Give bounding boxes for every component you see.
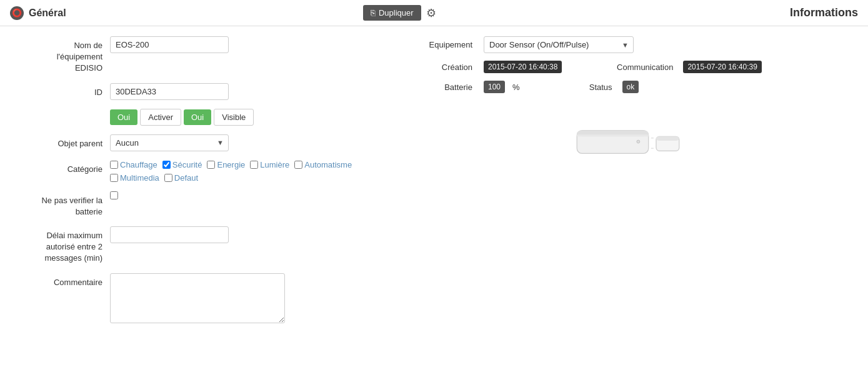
checkbox-defaut[interactable]	[164, 174, 172, 182]
equipement-row: Equipement Door Sensor (On/Off/Pulse) ▼	[397, 36, 858, 53]
copy-icon: ⎘	[371, 8, 376, 18]
categorie-label: Catégorie	[10, 160, 110, 175]
delay-row: Délai maximumautorisé entre 2messages (m…	[10, 226, 372, 264]
categorie-multimedia[interactable]: Multimedia	[110, 173, 159, 183]
delay-input[interactable]	[110, 226, 229, 243]
oui-button-1[interactable]: Oui	[110, 109, 137, 125]
categorie-lumiere[interactable]: Lumière	[250, 160, 289, 169]
equipment-name-input[interactable]	[110, 36, 229, 53]
duplicate-label: Dupliquer	[379, 8, 414, 18]
top-bar: ⭕ Général ⎘ Dupliquer ⚙ Informations	[0, 0, 868, 26]
categorie-row: Catégorie Chauffage Sécurité Energie	[10, 160, 372, 183]
equipment-name-label: Nom del'équipementEDISIO	[10, 36, 110, 74]
communication-date-badge: 2015-07-20 16:40:39	[683, 61, 761, 73]
batterie-status-row: Batterie 100 % Status ok	[397, 81, 858, 93]
main-content: Nom del'équipementEDISIO ID Oui Activer …	[0, 26, 868, 344]
categorie-securite[interactable]: Sécurité	[162, 160, 202, 169]
categorie-automatisme[interactable]: Automatisme	[294, 160, 352, 169]
back-button[interactable]: ⭕	[10, 6, 24, 20]
oui-button-2[interactable]: Oui	[184, 109, 211, 125]
svg-point-5	[636, 140, 639, 143]
equipment-name-control	[110, 36, 372, 53]
parent-select-wrapper: Aucun ▼	[110, 134, 229, 151]
toggle-control: Oui Activer Oui Visible	[110, 109, 372, 126]
creation-date-badge: 2015-07-20 16:40:38	[484, 61, 562, 73]
device-image-container	[397, 106, 858, 181]
checkbox-lumiere[interactable]	[250, 161, 258, 169]
battery-check-control	[110, 191, 372, 201]
activer-button[interactable]: Activer	[140, 109, 181, 126]
id-control	[110, 83, 372, 100]
communication-label: Communication	[604, 63, 673, 72]
categorie-control: Chauffage Sécurité Energie Lumière	[110, 160, 372, 183]
top-bar-left: ⭕ Général	[10, 6, 66, 20]
batterie-label: Batterie	[397, 83, 479, 92]
checkbox-securite[interactable]	[162, 161, 171, 169]
id-row: ID	[10, 83, 372, 100]
info-title: Informations	[733, 6, 858, 19]
categorie-checkboxes-row2: Multimedia Defaut	[110, 173, 372, 183]
svg-rect-4	[656, 136, 679, 141]
door-sensor-image	[572, 106, 684, 181]
status-label: Status	[575, 83, 612, 92]
categorie-chauffage[interactable]: Chauffage	[110, 160, 157, 169]
left-panel: Nom del'équipementEDISIO ID Oui Activer …	[10, 36, 372, 334]
parent-select[interactable]: Aucun	[110, 134, 229, 151]
battery-check-label: Ne pas verifier labatterie	[10, 191, 110, 218]
comment-label: Commentaire	[10, 273, 110, 288]
checkbox-chauffage[interactable]	[110, 161, 118, 169]
checkbox-multimedia[interactable]	[110, 174, 118, 182]
categorie-energie[interactable]: Energie	[207, 160, 245, 169]
back-icon: ⭕	[12, 8, 22, 18]
visible-button[interactable]: Visible	[214, 109, 254, 126]
battery-check-row: Ne pas verifier labatterie	[10, 191, 372, 218]
checkbox-automatisme[interactable]	[294, 161, 302, 169]
id-label: ID	[10, 83, 110, 98]
equipement-select[interactable]: Door Sensor (On/Off/Pulse)	[484, 36, 634, 53]
id-input[interactable]	[110, 83, 229, 100]
equipment-name-row: Nom del'équipementEDISIO	[10, 36, 372, 74]
parent-label: Objet parent	[10, 134, 110, 149]
batterie-value-badge: 100	[484, 81, 505, 93]
comment-textarea[interactable]	[110, 273, 285, 323]
equipement-select-wrapper: Door Sensor (On/Off/Pulse) ▼	[484, 36, 634, 53]
parent-row: Objet parent Aucun ▼	[10, 134, 372, 151]
battery-check-checkbox[interactable]	[110, 191, 118, 199]
comment-row: Commentaire	[10, 273, 372, 325]
page-title: Général	[29, 8, 66, 19]
equipement-label: Equipement	[397, 40, 479, 49]
right-panel: Equipement Door Sensor (On/Off/Pulse) ▼ …	[397, 36, 858, 334]
toggle-label	[10, 109, 110, 113]
gear-button[interactable]: ⚙	[426, 6, 436, 20]
categorie-defaut[interactable]: Defaut	[164, 173, 198, 183]
creation-label: Création	[397, 63, 479, 72]
comment-control	[110, 273, 372, 325]
status-value-badge: ok	[622, 81, 639, 93]
gear-icon: ⚙	[426, 7, 436, 19]
checkbox-energie[interactable]	[207, 161, 215, 169]
delay-label: Délai maximumautorisé entre 2messages (m…	[10, 226, 110, 264]
toggle-row: Oui Activer Oui Visible	[10, 109, 372, 126]
top-bar-center: ⎘ Dupliquer ⚙	[66, 5, 733, 21]
creation-communication-row: Création 2015-07-20 16:40:38 Communicati…	[397, 61, 858, 73]
svg-rect-2	[577, 134, 649, 136]
duplicate-button[interactable]: ⎘ Dupliquer	[363, 5, 421, 21]
batterie-unit: %	[512, 83, 520, 92]
delay-control	[110, 226, 372, 243]
categorie-checkboxes-row1: Chauffage Sécurité Energie Lumière	[110, 160, 372, 169]
parent-control: Aucun ▼	[110, 134, 372, 151]
